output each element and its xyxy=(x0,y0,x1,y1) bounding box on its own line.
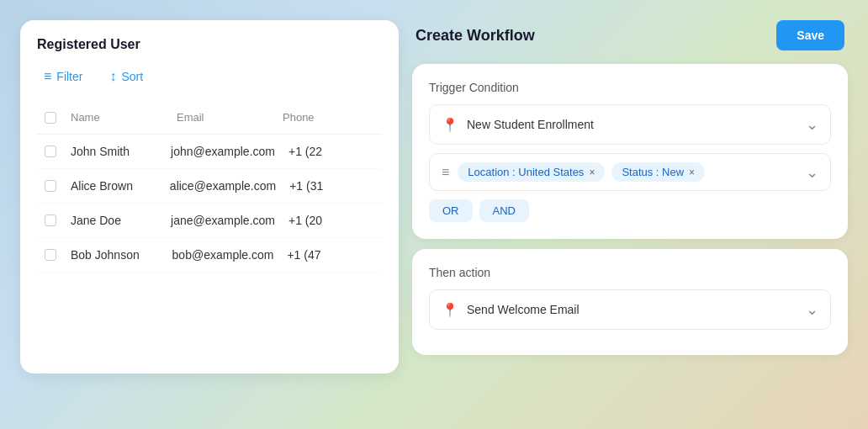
cell-phone: +1 (31 xyxy=(283,172,382,199)
cell-name: Jane Doe xyxy=(64,207,164,234)
cell-name: Alice Brown xyxy=(64,172,163,199)
save-button[interactable]: Save xyxy=(776,20,844,50)
create-workflow-panel: Create Workflow Save Trigger Condition 📍… xyxy=(412,20,848,365)
workflow-title: Create Workflow xyxy=(415,27,535,45)
table-row: Alice Brown alice@example.com +1 (31 xyxy=(37,169,382,204)
table-toolbar: ≡ Filter ↕ Sort xyxy=(37,66,382,87)
sort-button[interactable]: ↕ Sort xyxy=(103,66,150,87)
logic-buttons: OR AND xyxy=(429,199,831,222)
trigger-dropdown-left: 📍 New Student Enrollment xyxy=(442,116,594,133)
location-tag-close[interactable]: × xyxy=(589,167,595,177)
row-checkbox-cell xyxy=(37,142,64,161)
row-checkbox-cell xyxy=(37,177,64,195)
trigger-dropdown[interactable]: 📍 New Student Enrollment ⌄ xyxy=(429,104,831,145)
cell-phone: +1 (20 xyxy=(282,207,382,234)
location-tag-label: Location : United States xyxy=(468,166,584,178)
row-checkbox[interactable] xyxy=(45,180,56,192)
action-pin-icon: 📍 xyxy=(442,301,458,318)
and-button[interactable]: AND xyxy=(479,199,529,222)
chevron-down-icon-action: ⌄ xyxy=(806,300,818,319)
table-row: Jane Doe jane@example.com +1 (20 xyxy=(37,204,382,238)
trigger-value: New Student Enrollment xyxy=(467,118,594,131)
row-checkbox[interactable] xyxy=(45,249,56,261)
trigger-section-label: Trigger Condition xyxy=(429,81,831,94)
sort-icon: ↕ xyxy=(109,69,116,84)
sort-label: Sort xyxy=(121,70,143,83)
col-header-phone: Phone xyxy=(276,108,382,127)
filter-button[interactable]: ≡ Filter xyxy=(37,66,89,87)
cell-name: John Smith xyxy=(64,138,164,165)
filter-lines-icon: ≡ xyxy=(442,165,449,180)
trigger-condition-card: Trigger Condition 📍 New Student Enrollme… xyxy=(412,64,848,239)
header-checkbox-cell xyxy=(37,108,64,127)
users-table: Name Email Phone John Smith john@example… xyxy=(37,101,382,273)
cell-email: bob@example.com xyxy=(166,241,281,268)
col-header-name: Name xyxy=(64,108,170,127)
filter-row-left: ≡ Location : United States × Status : Ne… xyxy=(442,162,705,182)
table-row: Bob Johnson bob@example.com +1 (47 xyxy=(37,238,382,273)
cell-phone: +1 (22 xyxy=(282,138,382,165)
pin-icon: 📍 xyxy=(442,116,458,133)
action-value: Send Welcome Email xyxy=(467,303,580,316)
row-checkbox[interactable] xyxy=(45,214,56,226)
or-button[interactable]: OR xyxy=(429,199,473,222)
table-header-row: Name Email Phone xyxy=(37,101,382,135)
row-checkbox-cell xyxy=(37,246,64,264)
row-checkbox-cell xyxy=(37,211,64,230)
cell-email: jane@example.com xyxy=(164,207,282,234)
chevron-down-icon: ⌄ xyxy=(806,115,818,134)
status-tag-close[interactable]: × xyxy=(689,167,695,177)
location-filter-tag: Location : United States × xyxy=(458,162,605,182)
action-dropdown[interactable]: 📍 Send Welcome Email ⌄ xyxy=(429,289,831,330)
row-checkbox[interactable] xyxy=(45,146,56,157)
then-action-card: Then action 📍 Send Welcome Email ⌄ xyxy=(412,249,848,355)
action-section-label: Then action xyxy=(429,266,831,279)
filter-tags-container: Location : United States × Status : New … xyxy=(458,162,705,182)
cell-name: Bob Johnson xyxy=(64,241,166,268)
table-row: John Smith john@example.com +1 (22 xyxy=(37,135,382,169)
action-dropdown-left: 📍 Send Welcome Email xyxy=(442,301,580,318)
chevron-down-icon-filter: ⌄ xyxy=(806,163,818,182)
filter-tags-row[interactable]: ≡ Location : United States × Status : Ne… xyxy=(429,153,831,191)
filter-icon: ≡ xyxy=(44,69,51,84)
left-panel-title: Registered User xyxy=(37,37,382,52)
status-filter-tag: Status : New × xyxy=(611,162,705,182)
workflow-header: Create Workflow Save xyxy=(412,20,848,50)
col-header-email: Email xyxy=(170,108,276,127)
cell-email: john@example.com xyxy=(164,138,282,165)
filter-label: Filter xyxy=(56,70,82,83)
registered-user-panel: Registered User ≡ Filter ↕ Sort Name Ema… xyxy=(20,20,399,373)
cell-email: alice@example.com xyxy=(163,172,283,199)
cell-phone: +1 (47 xyxy=(280,241,382,268)
status-tag-label: Status : New xyxy=(622,166,684,178)
header-checkbox[interactable] xyxy=(45,112,56,124)
